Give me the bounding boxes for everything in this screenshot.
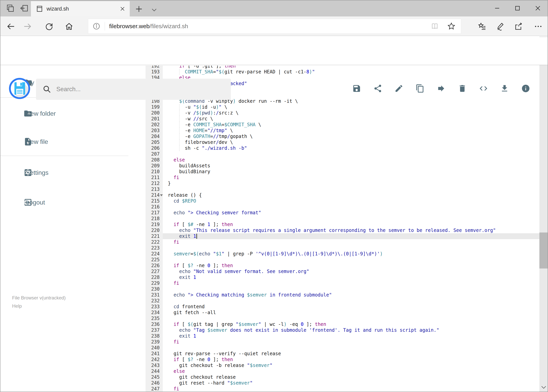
set-aside-tabs-icon[interactable] — [20, 4, 28, 13]
download-icon[interactable] — [500, 84, 509, 93]
code-line-text[interactable]: -v /$(pwd):/src:z \ — [163, 110, 539, 116]
search-input[interactable]: Search... — [36, 79, 231, 100]
code-line-text[interactable]: fi — [163, 386, 539, 392]
code-line-243[interactable]: 243 git checkout -b release "$semver" — [146, 363, 539, 368]
scrollbar-thumb[interactable] — [539, 232, 548, 268]
more-options-icon[interactable] — [534, 22, 543, 31]
code-line-203[interactable]: 203 -e HOME="//tmp" \ — [146, 128, 539, 133]
url-text[interactable]: filebrowser.web/files/wizard.sh — [109, 23, 188, 29]
code-line-text[interactable]: -u "$(id -u)" \ — [163, 104, 539, 110]
code-line-text[interactable]: fi — [163, 339, 539, 345]
code-line-text[interactable]: git rev-parse --verify --quiet release — [163, 351, 539, 357]
sidebar-item-logout[interactable]: Logout — [0, 196, 129, 208]
code-line-220[interactable]: 220 echo "This release script requires a… — [146, 227, 539, 233]
code-line-text[interactable]: if [ $? -ne 0 ]; then — [163, 263, 539, 268]
code-icon[interactable] — [479, 84, 488, 93]
code-line-text[interactable] — [163, 286, 539, 292]
code-line-241[interactable]: 241 git rev-parse --verify --quiet relea… — [146, 351, 539, 357]
code-line-202[interactable]: 202 -e COMMIT_SHA=$COMMIT_SHA \ — [146, 122, 539, 128]
code-line-244[interactable]: 244 else — [146, 368, 539, 374]
code-line-text[interactable]: filebrowser/dev \ — [163, 139, 539, 145]
filebrowser-logo[interactable] — [9, 78, 30, 99]
code-line-222[interactable]: 222 fi — [146, 239, 539, 245]
code-line-216[interactable]: 216 — [146, 204, 539, 210]
reading-view-icon[interactable] — [430, 22, 439, 30]
code-line-236[interactable]: 236 if [ $(git tag | grep "$semver" | wc… — [146, 321, 539, 327]
code-line-209[interactable]: 209 buildAssets — [146, 163, 539, 169]
code-line-text[interactable]: } — [163, 181, 539, 186]
code-line-text[interactable]: sh -c "./wizard.sh -b" — [163, 145, 539, 151]
close-button[interactable] — [528, 0, 548, 16]
code-line-218[interactable]: 218 — [146, 216, 539, 222]
code-line-235[interactable]: 235 — [146, 315, 539, 321]
code-line-text[interactable]: -w //src \ — [163, 116, 539, 122]
code-line-text[interactable]: echo "Tag $semver does not exist in subm… — [163, 327, 539, 333]
new-tab-icon[interactable] — [135, 5, 143, 13]
code-line-text[interactable] — [163, 186, 539, 192]
code-line-text[interactable]: if [ $(git tag | grep "$semver" | wc -l)… — [163, 321, 539, 327]
code-line-221[interactable]: 221 exit 1 — [146, 233, 539, 239]
code-line-text[interactable]: echo "Not valid semver format. See semve… — [163, 268, 539, 274]
tab-close-icon[interactable] — [119, 6, 125, 12]
code-line-text[interactable]: git reset --hard "$semver" — [163, 380, 539, 386]
code-line-223[interactable]: 223 — [146, 245, 539, 251]
refresh-icon[interactable] — [45, 22, 54, 31]
code-line-text[interactable]: if [ -d .git ]; then — [163, 66, 539, 69]
code-line-text[interactable]: exit 1 — [163, 274, 539, 280]
sidebar-item-settings[interactable]: Settings — [0, 167, 129, 178]
code-line-213[interactable]: 213 — [146, 186, 539, 192]
code-line-text[interactable]: git checkout -b release "$semver" — [163, 363, 539, 368]
code-line-240[interactable]: 240 — [146, 345, 539, 351]
code-line-201[interactable]: 201 -w //src \ — [146, 116, 539, 122]
code-line-text[interactable] — [163, 345, 539, 351]
code-line-text[interactable] — [163, 216, 539, 222]
code-line-text[interactable]: exit 1 — [163, 233, 539, 239]
code-line-226[interactable]: 226 if [ $? -ne 0 ]; then — [146, 263, 539, 268]
code-line-210[interactable]: 210 buildBinary — [146, 169, 539, 175]
code-line-text[interactable]: release () { — [163, 192, 539, 198]
code-line-205[interactable]: 205 filebrowser/dev \ — [146, 139, 539, 145]
code-line-text[interactable]: cd frontend — [163, 304, 539, 310]
code-line-text[interactable] — [163, 298, 539, 304]
code-line-text[interactable]: if [ $# -ne 1 ]; then — [163, 222, 539, 227]
code-line-215[interactable]: 215 cd $REPO — [146, 198, 539, 204]
edit-icon[interactable] — [395, 84, 403, 93]
code-line-232[interactable]: 232 — [146, 298, 539, 304]
code-line-200[interactable]: 200 -v /$(pwd):/src:z \ — [146, 110, 539, 116]
back-icon[interactable] — [6, 22, 15, 31]
code-line-text[interactable]: if [ $? -ne 0 ]; then — [163, 357, 539, 363]
maximize-button[interactable] — [507, 0, 528, 16]
code-line-233[interactable]: 233 cd frontend — [146, 304, 539, 310]
code-line-245[interactable]: 245 git checkout release — [146, 374, 539, 380]
favorite-star-icon[interactable] — [447, 22, 456, 31]
home-icon[interactable] — [65, 22, 74, 31]
code-line-208[interactable]: 208 else — [146, 157, 539, 163]
scroll-down-icon[interactable] — [541, 384, 547, 391]
code-line-text[interactable]: fi — [163, 239, 539, 245]
tab-list-chevron-icon[interactable] — [151, 6, 158, 13]
code-line-207[interactable]: 207 — [146, 151, 539, 157]
code-line-text[interactable]: cd $REPO — [163, 198, 539, 204]
minimize-button[interactable] — [487, 0, 507, 16]
code-line-text[interactable] — [163, 151, 539, 157]
address-bar[interactable]: filebrowser.web/files/wizard.sh — [88, 19, 461, 34]
code-line-204[interactable]: 204 -e GOPATH=//tmp/gopath \ — [146, 133, 539, 139]
code-line-211[interactable]: 211 fi — [146, 175, 539, 181]
code-line-242[interactable]: 242 if [ $? -ne 0 ]; then — [146, 357, 539, 363]
code-line-230[interactable]: 230 — [146, 286, 539, 292]
code-line-text[interactable]: fi — [163, 175, 539, 181]
share-icon-browser[interactable] — [514, 22, 523, 31]
delete-icon[interactable] — [458, 84, 467, 93]
code-line-text[interactable]: echo "> Checking matching $semver in fro… — [163, 292, 539, 298]
code-line-text[interactable]: git checkout release — [163, 374, 539, 380]
annotate-pen-icon[interactable] — [496, 22, 505, 31]
code-line-text[interactable] — [163, 204, 539, 210]
code-line-text[interactable]: else — [163, 157, 539, 163]
code-line-199[interactable]: 199 -u "$(id -u)" \ — [146, 104, 539, 110]
code-line-193[interactable]: 193 COMMIT_SHA="$(git rev-parse HEAD | c… — [146, 69, 539, 75]
code-line-text[interactable]: echo "This release script requires a sin… — [163, 227, 539, 233]
code-line-206[interactable]: 206 sh -c "./wizard.sh -b" — [146, 145, 539, 151]
code-line-192[interactable]: 192 if [ -d .git ]; then — [146, 66, 539, 69]
site-info-icon[interactable] — [92, 22, 100, 30]
sidebar-item-new-folder[interactable]: New folder — [0, 108, 129, 119]
